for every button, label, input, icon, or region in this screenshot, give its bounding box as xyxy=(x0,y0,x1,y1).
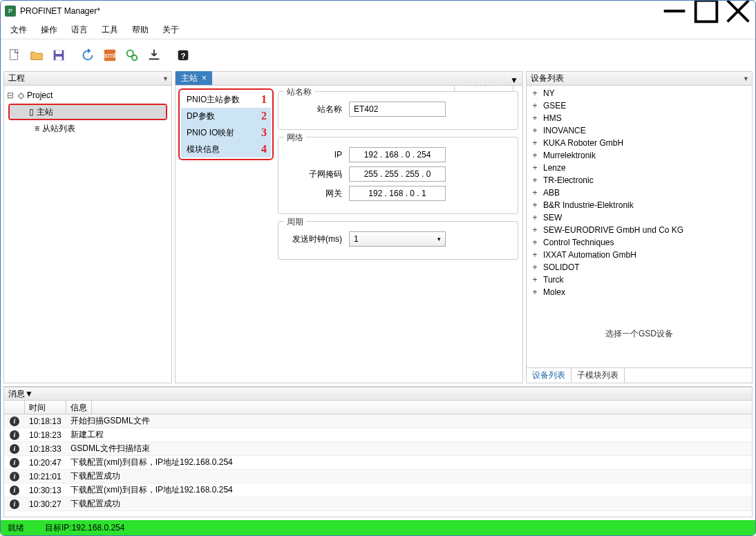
expand-icon[interactable]: + xyxy=(531,200,539,210)
menu-operation[interactable]: 操作 xyxy=(34,21,64,39)
device-panel-header[interactable]: 设备列表 ▼ xyxy=(527,72,752,86)
device-hint: 选择一个GSD设备 xyxy=(527,300,752,367)
nav-module-info[interactable]: 模块信息 4 xyxy=(181,141,271,157)
device-row[interactable]: +KUKA Roboter GmbH xyxy=(529,137,749,149)
tree-root[interactable]: ⊟ ◇ Project xyxy=(6,88,170,102)
station-name-group: 站名称 站名称 ET402 xyxy=(278,91,518,130)
device-row[interactable]: +SOLIDOT xyxy=(529,261,749,274)
gear-icon[interactable] xyxy=(122,46,142,65)
device-row[interactable]: +Control Techniques xyxy=(529,236,749,249)
device-label: SEW xyxy=(543,213,562,222)
tab-close-icon[interactable]: × xyxy=(202,73,207,83)
device-row[interactable]: +Molex xyxy=(529,286,749,298)
tree-master[interactable]: ▯ 主站 xyxy=(10,105,166,119)
device-label: KUKA Roboter GmbH xyxy=(543,138,623,148)
tab-device-list[interactable]: 设备列表 xyxy=(527,367,571,383)
device-row[interactable]: +NY xyxy=(529,87,749,99)
device-label: B&R Industrie-Elektronik xyxy=(543,200,634,210)
expand-icon[interactable]: + xyxy=(531,126,539,135)
menu-file[interactable]: 文件 xyxy=(3,21,34,39)
expand-icon[interactable]: + xyxy=(531,287,539,297)
legend: 周期 xyxy=(284,216,306,228)
gateway-input[interactable]: 192 . 168 . 0 . 1 xyxy=(349,186,446,201)
message-row[interactable]: i10:18:13开始扫描GSDML文件 xyxy=(4,414,752,428)
tree-slave-list[interactable]: ≡ 从站列表 xyxy=(6,122,170,135)
close-button[interactable] xyxy=(722,1,754,21)
status-target-ip: 目标IP:192.168.0.254 xyxy=(45,522,124,534)
expand-icon[interactable]: + xyxy=(531,275,539,285)
status-ready: 就绪 xyxy=(8,522,24,534)
save-icon[interactable] xyxy=(49,46,68,65)
collapse-icon[interactable]: ⊟ xyxy=(6,90,15,100)
device-label: INOVANCE xyxy=(543,126,586,135)
annotation-3: 3 xyxy=(261,126,267,139)
menu-language[interactable]: 语言 xyxy=(64,21,95,39)
expand-icon[interactable]: + xyxy=(531,250,539,260)
device-row[interactable]: +SEW xyxy=(529,211,749,224)
expand-icon[interactable]: + xyxy=(531,175,539,185)
nav-pnio-master[interactable]: PNIO主站参数 1 xyxy=(181,91,271,108)
tab-master[interactable]: 主站 × xyxy=(176,71,212,85)
expand-icon[interactable]: + xyxy=(531,225,539,235)
device-row[interactable]: +B&R Industrie-Elektronik xyxy=(529,199,749,211)
ip-input[interactable]: 192 . 168 . 0 . 254 xyxy=(349,147,446,162)
device-row[interactable]: +IXXAT Automation GmbH xyxy=(529,249,749,261)
device-label: HMS xyxy=(543,113,562,123)
device-row[interactable]: +HMS xyxy=(529,112,749,124)
device-row[interactable]: +Lenze xyxy=(529,162,749,174)
help-icon[interactable]: ? xyxy=(173,46,193,65)
refresh-icon[interactable] xyxy=(78,46,97,65)
message-row[interactable]: i10:30:13下载配置(xml)到目标，IP地址192.168.0.254 xyxy=(4,484,752,497)
project-panel: 工程 ▼ ⊟ ◇ Project ▯ 主站 ≡ 从站列表 xyxy=(3,71,172,383)
open-file-icon[interactable] xyxy=(27,46,46,65)
annotation-1: 1 xyxy=(261,93,267,106)
station-name-input[interactable]: ET402 xyxy=(349,102,446,117)
nav-pnio-io[interactable]: PNIO IO映射 3 xyxy=(181,124,271,141)
message-panel-title: 消息 xyxy=(8,388,25,400)
device-row[interactable]: +Murrelektronik xyxy=(529,149,749,162)
chevron-down-icon: ▾ xyxy=(437,236,441,242)
list-icon: ≡ xyxy=(35,124,39,133)
maximize-button[interactable] xyxy=(690,1,722,21)
form-area: 站名称 站名称 ET402 网络 IP 192 . 168 . 0 . 254 … xyxy=(276,88,520,380)
menu-help[interactable]: 帮助 xyxy=(125,21,155,39)
menu-tools[interactable]: 工具 xyxy=(95,21,125,39)
device-row[interactable]: +INOVANCE xyxy=(529,124,749,137)
expand-icon[interactable]: + xyxy=(531,113,539,123)
message-row[interactable]: i10:18:33GSDML文件扫描结束 xyxy=(4,442,752,456)
message-row[interactable]: i10:18:23新建工程 xyxy=(4,428,752,442)
nav-dp-params[interactable]: DP参数 2 xyxy=(181,108,271,124)
message-row[interactable]: i10:30:27下载配置成功 xyxy=(4,497,752,511)
expand-icon[interactable]: + xyxy=(531,151,539,160)
expand-icon[interactable]: + xyxy=(531,213,539,222)
expand-icon[interactable]: + xyxy=(531,188,539,198)
expand-icon[interactable]: + xyxy=(531,163,539,173)
xml-icon[interactable]: xml xyxy=(100,46,120,65)
expand-icon[interactable]: + xyxy=(531,262,539,272)
message-panel-header[interactable]: 消息 ▼ xyxy=(3,387,753,401)
menu-about[interactable]: 关于 xyxy=(155,21,186,39)
device-row[interactable]: +SEW-EURODRIVE GmbH und Co KG xyxy=(529,224,749,236)
device-row[interactable]: +GSEE xyxy=(529,99,749,112)
clock-select[interactable]: 1 ▾ xyxy=(349,231,446,247)
message-row[interactable]: i10:20:47下载配置(xml)到目标，IP地址192.168.0.254 xyxy=(4,456,752,470)
device-row[interactable]: +TR-Electronic xyxy=(529,174,749,186)
new-file-icon[interactable] xyxy=(5,46,24,65)
toolbar: xml ? 双击可隐藏空白 xyxy=(1,39,755,71)
subnet-mask-input[interactable]: 255 . 255 . 255 . 0 xyxy=(349,166,446,182)
device-row[interactable]: +Turck xyxy=(529,274,749,286)
expand-icon[interactable]: + xyxy=(531,238,539,247)
tab-strip: 主站 × ▼ xyxy=(176,72,522,86)
tab-submodule-list[interactable]: 子模块列表 xyxy=(571,367,625,383)
minimize-button[interactable] xyxy=(659,1,690,21)
download-icon[interactable] xyxy=(144,46,164,65)
project-panel-header[interactable]: 工程 ▼ xyxy=(4,72,171,86)
annotation-4: 4 xyxy=(261,143,267,155)
device-row[interactable]: +ABB xyxy=(529,186,749,199)
expand-icon[interactable]: + xyxy=(531,101,539,111)
chevron-down-icon[interactable]: ▼ xyxy=(510,75,518,85)
message-row[interactable]: i10:21:01下载配置成功 xyxy=(4,470,752,484)
expand-icon[interactable]: + xyxy=(531,88,539,98)
svg-rect-1 xyxy=(696,1,717,22)
expand-icon[interactable]: + xyxy=(531,138,539,148)
